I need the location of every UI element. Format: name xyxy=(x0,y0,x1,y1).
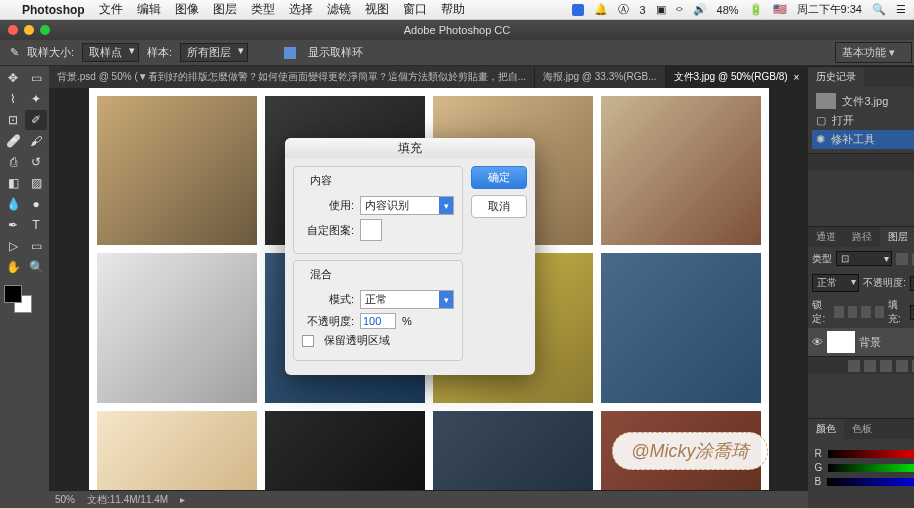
tab-close-icon[interactable]: × xyxy=(794,72,800,83)
ok-button[interactable]: 确定 xyxy=(471,166,527,189)
color-swatches[interactable] xyxy=(0,279,49,319)
use-select[interactable]: 内容识别▾ xyxy=(360,196,454,215)
opacity-input[interactable] xyxy=(360,313,396,329)
battery-icon[interactable]: 🔋 xyxy=(749,3,763,16)
zoom-tool[interactable]: 🔍 xyxy=(25,257,47,277)
adobe-cc-icon[interactable]: Ⓐ xyxy=(618,2,629,17)
fx-icon[interactable] xyxy=(864,360,876,372)
close-button[interactable] xyxy=(8,25,18,35)
menu-image[interactable]: 图像 xyxy=(175,1,199,18)
tab-2[interactable]: 文件3.jpg @ 50%(RGB/8)× xyxy=(666,66,809,88)
fill-value[interactable]: 100% xyxy=(910,305,914,320)
history-step[interactable]: ▢ 打开 xyxy=(812,111,914,130)
r-slider[interactable] xyxy=(828,450,914,458)
marquee-tool[interactable]: ▭ xyxy=(25,68,47,88)
tab-0[interactable]: 背景.psd @ 50% (▼看到好的排版怎麼做警？如何使画面變得更乾淨簡單？這… xyxy=(49,66,535,88)
crop-tool[interactable]: ⊡ xyxy=(2,110,24,130)
filter-pixel-icon[interactable] xyxy=(896,253,908,265)
layer-name[interactable]: 背景 xyxy=(859,335,881,350)
pen-tool[interactable]: ✒ xyxy=(2,215,24,235)
notif-icon[interactable]: 🔔 xyxy=(594,3,608,16)
history-snapshot[interactable]: 文件3.jpg xyxy=(812,91,914,111)
menu-edit[interactable]: 编辑 xyxy=(137,1,161,18)
wifi-icon[interactable]: ⌔ xyxy=(676,4,683,16)
sample-size-select[interactable]: 取样点 xyxy=(82,43,139,62)
stamp-tool[interactable]: ⎙ xyxy=(2,152,24,172)
mask-icon[interactable] xyxy=(880,360,892,372)
workspace-select[interactable]: 基本功能 xyxy=(835,42,912,63)
menu-window[interactable]: 窗口 xyxy=(403,1,427,18)
clock[interactable]: 周二下午9:34 xyxy=(797,2,862,17)
gradient-tool[interactable]: ▨ xyxy=(25,173,47,193)
lock-pixel-icon[interactable] xyxy=(848,306,857,318)
search-icon[interactable]: 🔍 xyxy=(872,3,886,16)
zoom-button[interactable] xyxy=(40,25,50,35)
zoom-level[interactable]: 50% xyxy=(55,494,75,505)
brush-tool[interactable]: 🖌 xyxy=(25,131,47,151)
fg-swatch[interactable] xyxy=(4,285,22,303)
blur-tool[interactable]: 💧 xyxy=(2,194,24,214)
minimize-button[interactable] xyxy=(24,25,34,35)
tab-layers[interactable]: 图层 xyxy=(880,227,914,247)
menu-layer[interactable]: 图层 xyxy=(213,1,237,18)
visibility-icon[interactable]: 👁 xyxy=(812,336,823,348)
lasso-tool[interactable]: ⌇ xyxy=(2,89,24,109)
path-tool[interactable]: ▷ xyxy=(2,236,24,256)
photo-thumb xyxy=(265,411,425,490)
blend-mode-select[interactable]: 正常 xyxy=(812,274,859,292)
shape-tool[interactable]: ▭ xyxy=(25,236,47,256)
pattern-swatch[interactable] xyxy=(360,219,382,241)
cc-count: 3 xyxy=(639,4,645,16)
lock-all-icon[interactable] xyxy=(875,306,884,318)
use-label: 使用: xyxy=(302,198,354,213)
tab-channels[interactable]: 通道 xyxy=(808,227,844,247)
airplay-icon[interactable]: ▣ xyxy=(656,3,666,16)
opacity-value[interactable]: 100% xyxy=(910,276,914,291)
b-slider[interactable] xyxy=(827,478,914,486)
layer-row[interactable]: 👁 背景 🔒 xyxy=(808,328,914,356)
blend-legend: 混合 xyxy=(306,267,336,282)
kind-filter[interactable]: ⊡ xyxy=(836,251,891,266)
dodge-tool[interactable]: ● xyxy=(25,194,47,214)
eyedropper-tool[interactable]: ✐ xyxy=(25,110,47,130)
history-brush-tool[interactable]: ↺ xyxy=(25,152,47,172)
type-tool[interactable]: T xyxy=(25,215,47,235)
menu-select[interactable]: 选择 xyxy=(289,1,313,18)
tab-color[interactable]: 颜色 xyxy=(808,419,844,439)
tab-history[interactable]: 历史记录 xyxy=(808,67,864,87)
menu-icon[interactable]: ☰ xyxy=(896,3,906,16)
eraser-tool[interactable]: ◧ xyxy=(2,173,24,193)
g-slider[interactable] xyxy=(828,464,914,472)
volume-icon[interactable]: 🔊 xyxy=(693,3,707,16)
show-ring-checkbox[interactable] xyxy=(284,47,296,59)
current-tool-icon[interactable]: ✎ xyxy=(10,46,19,59)
menu-help[interactable]: 帮助 xyxy=(441,1,465,18)
lock-trans-icon[interactable] xyxy=(834,306,843,318)
tab-1[interactable]: 海报.jpg @ 33.3%(RGB... xyxy=(535,66,666,88)
bluetooth-icon[interactable] xyxy=(572,4,584,16)
open-icon: ▢ xyxy=(816,114,826,127)
snapshot-thumb-icon xyxy=(816,93,836,109)
history-step[interactable]: ✺ 修补工具 xyxy=(812,130,914,149)
sample-layers-select[interactable]: 所有图层 xyxy=(180,43,248,62)
mode-select[interactable]: 正常▾ xyxy=(360,290,454,309)
menu-file[interactable]: 文件 xyxy=(99,1,123,18)
menu-filter[interactable]: 滤镜 xyxy=(327,1,351,18)
link-icon[interactable] xyxy=(848,360,860,372)
input-flag[interactable]: 🇺🇸 xyxy=(773,3,787,16)
tab-paths[interactable]: 路径 xyxy=(844,227,880,247)
menu-type[interactable]: 类型 xyxy=(251,1,275,18)
doc-size[interactable]: 文档:11.4M/11.4M xyxy=(87,493,168,507)
menu-view[interactable]: 视图 xyxy=(365,1,389,18)
tab-swatches[interactable]: 色板 xyxy=(844,419,880,439)
wand-tool[interactable]: ✦ xyxy=(25,89,47,109)
photo-thumb xyxy=(601,253,761,402)
lock-pos-icon[interactable] xyxy=(861,306,870,318)
hand-tool[interactable]: ✋ xyxy=(2,257,24,277)
healing-tool[interactable]: 🩹 xyxy=(2,131,24,151)
adj-icon[interactable] xyxy=(896,360,908,372)
cancel-button[interactable]: 取消 xyxy=(471,195,527,218)
move-tool[interactable]: ✥ xyxy=(2,68,24,88)
preserve-trans-checkbox[interactable] xyxy=(302,335,314,347)
app-name[interactable]: Photoshop xyxy=(22,3,85,17)
